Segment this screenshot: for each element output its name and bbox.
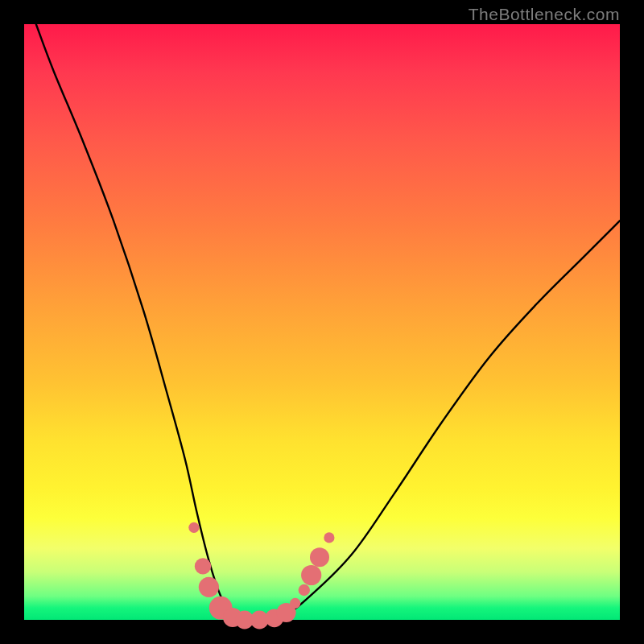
- marker-dot: [188, 522, 199, 533]
- chart-frame: TheBottleneck.com: [0, 0, 644, 644]
- marker-dot: [195, 558, 211, 574]
- marker-dot: [290, 598, 300, 609]
- marker-dot: [310, 547, 329, 567]
- bottleneck-curve: [36, 24, 620, 621]
- plot-area: [24, 24, 620, 620]
- marker-dot: [324, 532, 334, 543]
- marker-dot: [301, 565, 321, 585]
- marker-dot: [299, 584, 310, 596]
- marker-dot: [199, 577, 219, 597]
- curve-layer: [24, 24, 620, 620]
- highlighted-points: [188, 522, 334, 630]
- watermark-text: TheBottleneck.com: [469, 5, 620, 24]
